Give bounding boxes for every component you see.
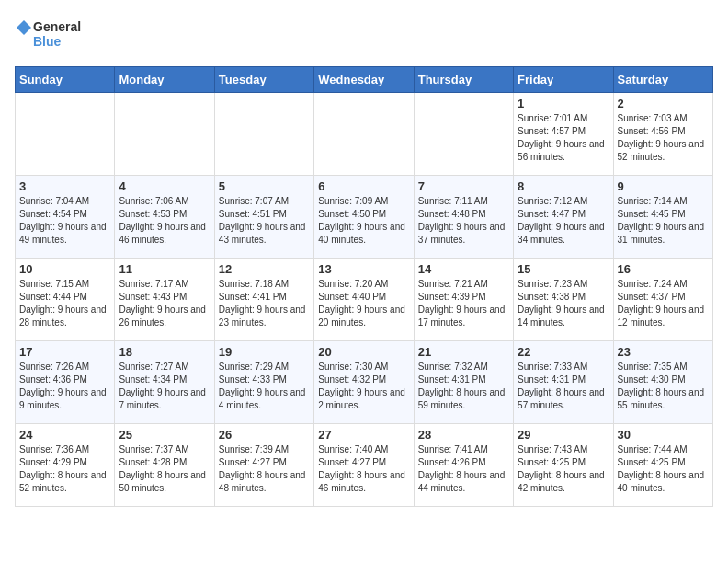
svg-text:General: General bbox=[33, 19, 81, 34]
day-info: Sunrise: 7:37 AMSunset: 4:28 PMDaylight:… bbox=[119, 443, 210, 495]
calendar-cell: 3Sunrise: 7:04 AMSunset: 4:54 PMDaylight… bbox=[16, 176, 115, 259]
calendar-week-row: 24Sunrise: 7:36 AMSunset: 4:29 PMDayligh… bbox=[16, 424, 713, 507]
calendar-cell: 2Sunrise: 7:03 AMSunset: 4:56 PMDaylight… bbox=[613, 93, 712, 176]
day-info: Sunrise: 7:44 AMSunset: 4:25 PMDaylight:… bbox=[618, 443, 709, 495]
calendar-cell: 22Sunrise: 7:33 AMSunset: 4:31 PMDayligh… bbox=[514, 341, 613, 424]
calendar-cell: 11Sunrise: 7:17 AMSunset: 4:43 PMDayligh… bbox=[115, 259, 214, 341]
calendar-cell: 13Sunrise: 7:20 AMSunset: 4:40 PMDayligh… bbox=[314, 259, 414, 341]
day-info: Sunrise: 7:39 AMSunset: 4:27 PMDaylight:… bbox=[219, 443, 310, 495]
calendar-cell: 30Sunrise: 7:44 AMSunset: 4:25 PMDayligh… bbox=[613, 424, 712, 507]
day-info: Sunrise: 7:11 AMSunset: 4:48 PMDaylight:… bbox=[418, 195, 509, 247]
calendar-cell bbox=[314, 93, 414, 176]
calendar-cell: 18Sunrise: 7:27 AMSunset: 4:34 PMDayligh… bbox=[115, 341, 214, 424]
calendar-week-row: 3Sunrise: 7:04 AMSunset: 4:54 PMDaylight… bbox=[16, 176, 713, 259]
day-info: Sunrise: 7:17 AMSunset: 4:43 PMDaylight:… bbox=[119, 278, 210, 329]
logo-svg: General Blue bbox=[15, 15, 88, 55]
calendar-cell: 25Sunrise: 7:37 AMSunset: 4:28 PMDayligh… bbox=[115, 424, 214, 507]
calendar-cell: 5Sunrise: 7:07 AMSunset: 4:51 PMDaylight… bbox=[214, 176, 313, 259]
calendar-cell: 4Sunrise: 7:06 AMSunset: 4:53 PMDaylight… bbox=[115, 176, 214, 259]
day-number: 24 bbox=[19, 428, 110, 442]
day-info: Sunrise: 7:15 AMSunset: 4:44 PMDaylight:… bbox=[19, 278, 110, 329]
day-number: 25 bbox=[119, 428, 210, 442]
calendar-cell: 21Sunrise: 7:32 AMSunset: 4:31 PMDayligh… bbox=[414, 341, 513, 424]
calendar-cell bbox=[16, 93, 115, 176]
day-number: 29 bbox=[518, 428, 609, 442]
day-number: 21 bbox=[418, 345, 509, 359]
day-number: 8 bbox=[518, 179, 609, 193]
weekday-header-thursday: Thursday bbox=[414, 67, 513, 93]
weekday-header-friday: Friday bbox=[514, 67, 613, 93]
day-number: 26 bbox=[219, 428, 310, 442]
day-info: Sunrise: 7:40 AMSunset: 4:27 PMDaylight:… bbox=[318, 443, 409, 495]
svg-marker-2 bbox=[17, 20, 31, 35]
day-number: 20 bbox=[318, 345, 409, 359]
calendar-cell: 19Sunrise: 7:29 AMSunset: 4:33 PMDayligh… bbox=[214, 341, 313, 424]
calendar-cell: 8Sunrise: 7:12 AMSunset: 4:47 PMDaylight… bbox=[514, 176, 613, 259]
calendar-cell: 27Sunrise: 7:40 AMSunset: 4:27 PMDayligh… bbox=[314, 424, 414, 507]
day-info: Sunrise: 7:18 AMSunset: 4:41 PMDaylight:… bbox=[219, 278, 310, 329]
day-number: 4 bbox=[119, 179, 210, 193]
day-info: Sunrise: 7:32 AMSunset: 4:31 PMDaylight:… bbox=[418, 361, 509, 412]
day-number: 9 bbox=[618, 179, 709, 193]
calendar-cell: 10Sunrise: 7:15 AMSunset: 4:44 PMDayligh… bbox=[16, 259, 115, 341]
calendar-cell bbox=[414, 93, 513, 176]
calendar-cell: 12Sunrise: 7:18 AMSunset: 4:41 PMDayligh… bbox=[214, 259, 313, 341]
calendar-cell: 16Sunrise: 7:24 AMSunset: 4:37 PMDayligh… bbox=[613, 259, 712, 341]
calendar-cell: 23Sunrise: 7:35 AMSunset: 4:30 PMDayligh… bbox=[613, 341, 712, 424]
calendar-cell: 1Sunrise: 7:01 AMSunset: 4:57 PMDaylight… bbox=[514, 93, 613, 176]
day-info: Sunrise: 7:33 AMSunset: 4:31 PMDaylight:… bbox=[518, 361, 609, 412]
calendar-cell: 15Sunrise: 7:23 AMSunset: 4:38 PMDayligh… bbox=[514, 259, 613, 341]
weekday-header-row: SundayMondayTuesdayWednesdayThursdayFrid… bbox=[16, 67, 713, 93]
day-number: 1 bbox=[518, 97, 609, 110]
day-info: Sunrise: 7:07 AMSunset: 4:51 PMDaylight:… bbox=[219, 195, 310, 247]
day-number: 28 bbox=[418, 428, 509, 442]
day-info: Sunrise: 7:43 AMSunset: 4:25 PMDaylight:… bbox=[518, 443, 609, 495]
calendar-week-row: 17Sunrise: 7:26 AMSunset: 4:36 PMDayligh… bbox=[16, 341, 713, 424]
calendar-cell: 6Sunrise: 7:09 AMSunset: 4:50 PMDaylight… bbox=[314, 176, 414, 259]
calendar-cell: 29Sunrise: 7:43 AMSunset: 4:25 PMDayligh… bbox=[514, 424, 613, 507]
day-number: 15 bbox=[518, 262, 609, 276]
day-number: 19 bbox=[219, 345, 310, 359]
calendar-cell: 9Sunrise: 7:14 AMSunset: 4:45 PMDaylight… bbox=[613, 176, 712, 259]
day-info: Sunrise: 7:01 AMSunset: 4:57 PMDaylight:… bbox=[518, 112, 609, 164]
calendar-cell: 20Sunrise: 7:30 AMSunset: 4:32 PMDayligh… bbox=[314, 341, 414, 424]
day-info: Sunrise: 7:35 AMSunset: 4:30 PMDaylight:… bbox=[618, 361, 709, 412]
day-number: 12 bbox=[219, 262, 310, 276]
day-info: Sunrise: 7:20 AMSunset: 4:40 PMDaylight:… bbox=[318, 278, 409, 329]
day-info: Sunrise: 7:30 AMSunset: 4:32 PMDaylight:… bbox=[318, 361, 409, 412]
day-number: 22 bbox=[518, 345, 609, 359]
weekday-header-saturday: Saturday bbox=[613, 67, 712, 93]
day-info: Sunrise: 7:41 AMSunset: 4:26 PMDaylight:… bbox=[418, 443, 509, 495]
calendar-week-row: 1Sunrise: 7:01 AMSunset: 4:57 PMDaylight… bbox=[16, 93, 713, 176]
weekday-header-tuesday: Tuesday bbox=[214, 67, 313, 93]
day-info: Sunrise: 7:06 AMSunset: 4:53 PMDaylight:… bbox=[119, 195, 210, 247]
calendar-body: 1Sunrise: 7:01 AMSunset: 4:57 PMDaylight… bbox=[16, 93, 713, 507]
day-number: 27 bbox=[318, 428, 409, 442]
weekday-header-wednesday: Wednesday bbox=[314, 67, 414, 93]
day-number: 2 bbox=[618, 97, 709, 110]
day-info: Sunrise: 7:36 AMSunset: 4:29 PMDaylight:… bbox=[19, 443, 110, 495]
calendar-cell: 17Sunrise: 7:26 AMSunset: 4:36 PMDayligh… bbox=[16, 341, 115, 424]
calendar-cell: 28Sunrise: 7:41 AMSunset: 4:26 PMDayligh… bbox=[414, 424, 513, 507]
day-info: Sunrise: 7:24 AMSunset: 4:37 PMDaylight:… bbox=[618, 278, 709, 329]
day-number: 3 bbox=[19, 179, 110, 193]
day-info: Sunrise: 7:09 AMSunset: 4:50 PMDaylight:… bbox=[318, 195, 409, 247]
calendar-cell: 7Sunrise: 7:11 AMSunset: 4:48 PMDaylight… bbox=[414, 176, 513, 259]
day-number: 30 bbox=[618, 428, 709, 442]
day-number: 18 bbox=[119, 345, 210, 359]
calendar-week-row: 10Sunrise: 7:15 AMSunset: 4:44 PMDayligh… bbox=[16, 259, 713, 341]
day-number: 17 bbox=[19, 345, 110, 359]
day-info: Sunrise: 7:04 AMSunset: 4:54 PMDaylight:… bbox=[19, 195, 110, 247]
calendar-cell: 24Sunrise: 7:36 AMSunset: 4:29 PMDayligh… bbox=[16, 424, 115, 507]
day-number: 5 bbox=[219, 179, 310, 193]
day-info: Sunrise: 7:21 AMSunset: 4:39 PMDaylight:… bbox=[418, 278, 509, 329]
logo: General Blue bbox=[15, 15, 88, 55]
day-number: 11 bbox=[119, 262, 210, 276]
day-number: 23 bbox=[618, 345, 709, 359]
day-info: Sunrise: 7:03 AMSunset: 4:56 PMDaylight:… bbox=[618, 112, 709, 164]
day-number: 14 bbox=[418, 262, 509, 276]
day-number: 16 bbox=[618, 262, 709, 276]
calendar-header: SundayMondayTuesdayWednesdayThursdayFrid… bbox=[16, 67, 713, 93]
calendar-cell bbox=[115, 93, 214, 176]
svg-text:Blue: Blue bbox=[33, 34, 62, 49]
